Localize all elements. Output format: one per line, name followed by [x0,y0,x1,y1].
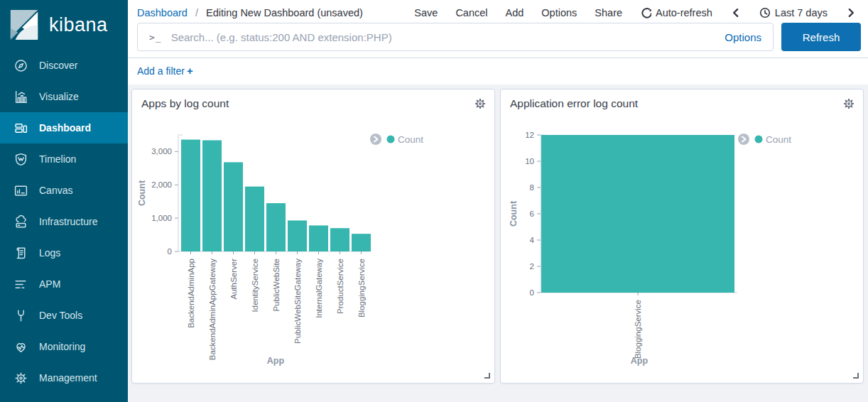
sidebar-item-label: APM [39,278,60,290]
time-range-prev-button[interactable] [730,7,742,18]
y-tick-label: 8 [530,183,534,192]
bar-AuthServer[interactable] [224,162,243,251]
refresh-cycle-icon [640,7,651,18]
panel-title: Apps by log count [132,89,494,110]
x-category-label: PublicWebSiteGateway [293,259,302,344]
search-input[interactable] [171,31,716,43]
logo-text: kibana [49,14,108,36]
bar-PublicWebSiteGateway[interactable] [288,220,307,251]
y-tick-label: 0 [168,247,172,256]
query-options-link[interactable]: Options [725,31,761,43]
bar-PublicWebSite[interactable] [266,203,286,251]
main-content: Dashboard / Editing New Dashboard (unsav… [128,0,868,402]
cloud-server-icon [13,214,28,229]
sidebar-item-dashboard[interactable]: Dashboard [0,112,128,143]
y-tick-label: 0 [530,288,534,297]
chevron-left-icon [730,7,742,18]
bar-BloggingService[interactable] [352,234,371,251]
sidebar-item-label: Management [39,372,97,384]
options-button[interactable]: Options [541,7,577,18]
panel-application-error-log-count: Application error log count 024681012Blo… [500,89,864,384]
sidebar-item-management[interactable]: Management [0,362,128,393]
y-tick-label: 12 [525,131,534,139]
x-axis-title: App [631,356,649,366]
y-tick-label: 3,000 [151,147,172,156]
visualize-chart-icon [13,89,28,104]
kibana-logo[interactable]: kibana [0,0,128,50]
x-category-label: PublicWebSite [272,259,281,312]
sidebar-item-label: Discover [39,60,77,71]
y-tick-label: 2 [530,262,534,271]
search-bar[interactable]: >_ Options [137,23,774,51]
sidebar-item-timelion[interactable]: Timelion [0,143,128,175]
sidebar-item-canvas[interactable]: Canvas [0,175,128,206]
y-tick-label: 10 [525,157,534,165]
legend-series-dot[interactable] [387,136,395,143]
sidebar-item-monitoring[interactable]: Monitoring [0,331,128,362]
panel-resize-handle[interactable] [853,373,859,379]
cancel-button[interactable]: Cancel [455,7,487,18]
canvas-frame-icon [13,183,28,198]
refresh-button[interactable]: Refresh [781,23,861,51]
bar-InternalGateway[interactable] [309,225,328,251]
x-category-label: InternalGateway [315,259,323,318]
x-category-label: AuthServer [229,259,238,300]
sidebar-item-label: Infrastructure [39,216,97,227]
add-button[interactable]: Add [506,7,524,18]
panel-options-gear-icon[interactable] [474,97,487,110]
dashboard-grid: Apps by log count 01,0002,0003,000Backen… [128,85,868,402]
share-button[interactable]: Share [595,7,622,18]
sidebar-item-discover[interactable]: Discover [0,50,128,81]
legend-series-dot[interactable] [755,136,763,143]
bar-ProductService[interactable] [330,228,349,251]
legend-label: Count [766,134,791,145]
chevron-right-icon [845,7,857,18]
sidebar-item-label: Logs [39,247,60,259]
panel-options-gear-icon[interactable] [842,97,855,110]
top-menu: Save Cancel Add Options Share Auto-refre… [414,7,857,18]
sidebar-item-label: Visualize [39,91,79,102]
sidebar-item-label: Monitoring [39,341,85,352]
time-range-button[interactable]: Last 7 days [759,7,828,18]
auto-refresh-button[interactable]: Auto-refresh [640,7,712,18]
compass-icon [13,58,28,73]
heartbeat-icon [13,339,28,354]
sidebar-item-logs[interactable]: Logs [0,237,128,268]
breadcrumb-dashboard-link[interactable]: Dashboard [137,7,188,18]
panel-resize-handle[interactable] [484,373,490,379]
y-axis-title: Count [137,180,147,206]
bar-BackendAdminAppGateway[interactable] [202,140,222,251]
panel-title: Application error log count [501,89,863,110]
bar-BackendAdminApp[interactable] [181,140,200,251]
bar-chart-apps-by-log-count: 01,0002,0003,000BackendAdminAppBackendAd… [134,115,493,383]
y-tick-label: 1,000 [151,214,172,222]
bar-IdentityService[interactable] [245,187,264,251]
panel-apps-by-log-count: Apps by log count 01,0002,0003,000Backen… [131,89,495,384]
legend-expand-icon[interactable] [738,134,749,145]
sidebar-item-dev-tools[interactable]: Dev Tools [0,300,128,331]
time-range-next-button[interactable] [845,7,857,18]
breadcrumb: Dashboard / Editing New Dashboard (unsav… [137,7,363,18]
x-axis-title: App [267,356,285,366]
save-button[interactable]: Save [414,7,438,18]
query-prompt-icon: >_ [149,32,162,43]
y-tick-label: 4 [530,236,535,244]
x-category-label: BloggingService [634,300,642,359]
plus-icon: + [187,65,193,77]
breadcrumb-separator: / [195,7,198,18]
legend-expand-icon[interactable] [370,134,381,145]
x-category-label: IdentityService [251,259,259,312]
gear-icon [13,371,28,386]
wrench-icon [13,308,28,323]
timelion-shield-icon [13,152,28,167]
bar-BloggingService[interactable] [541,135,734,293]
sidebar-item-apm[interactable]: APM [0,268,128,300]
legend-label: Count [398,134,423,145]
y-axis-title: Count [509,200,519,227]
sidebar-item-label: Dashboard [39,122,91,134]
sidebar-item-visualize[interactable]: Visualize [0,81,128,112]
sidebar-item-infrastructure[interactable]: Infrastructure [0,206,128,237]
sidebar-nav: Discover Visualize Dashboard Timelion [0,50,128,393]
add-filter-link[interactable]: Add a filter+ [137,65,193,77]
kibana-logo-icon [8,9,40,41]
